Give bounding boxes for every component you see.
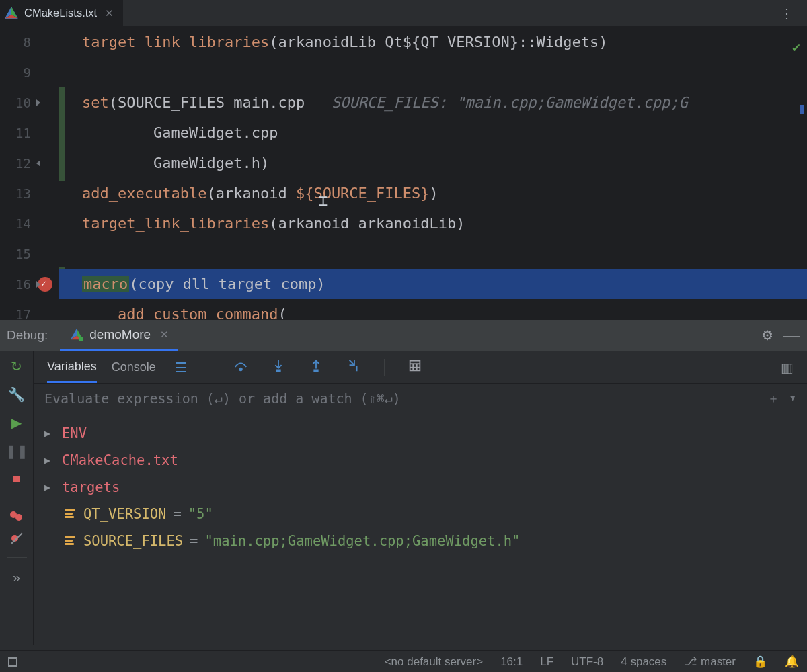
watch-input[interactable]: Evaluate expression (↵) or add a watch (… xyxy=(34,384,807,413)
debug-side-toolbar: ↻ 🔧 ▶ ❚❚ ■ » xyxy=(0,351,34,645)
separator xyxy=(7,557,27,558)
run-to-cursor-icon[interactable] xyxy=(342,358,365,376)
step-into-icon[interactable] xyxy=(267,358,290,376)
kebab-menu-icon[interactable]: ⋮ xyxy=(768,5,807,22)
text-cursor-icon: ⌶ xyxy=(319,192,328,209)
svg-rect-11 xyxy=(410,361,420,371)
evaluate-icon[interactable] xyxy=(404,358,426,376)
cmake-icon xyxy=(4,6,19,21)
variable-icon xyxy=(65,509,77,519)
code-area[interactable]: target_link_libraries(arkanoidLib Qt${QT… xyxy=(59,27,807,319)
var-row[interactable]: ▶ targets xyxy=(44,474,796,501)
svg-rect-9 xyxy=(276,370,280,371)
threads-icon[interactable]: ☰ xyxy=(171,360,191,376)
inspection-ok-icon[interactable]: ✔ xyxy=(792,39,800,55)
branch-icon: ⎇ xyxy=(684,655,697,668)
separator xyxy=(7,499,27,499)
chevron-right-icon[interactable]: ▶ xyxy=(44,420,55,447)
status-bar: <no default server> 16:1 LF UTF-8 4 spac… xyxy=(0,650,807,672)
debug-config-tab[interactable]: demoMore ✕ xyxy=(60,320,178,351)
status-indent[interactable]: 4 spaces xyxy=(621,655,666,669)
close-icon[interactable]: ✕ xyxy=(160,329,169,341)
stop-icon[interactable]: ■ xyxy=(12,471,20,487)
minimize-icon[interactable]: — xyxy=(783,325,800,346)
gear-icon[interactable]: ⚙ xyxy=(761,327,783,343)
var-row[interactable]: ▶ CMakeCache.txt xyxy=(44,447,796,474)
mute-breakpoints-icon[interactable] xyxy=(10,532,24,545)
more-icon[interactable]: » xyxy=(13,570,20,585)
debug-panel: ↻ 🔧 ▶ ❚❚ ■ » Variables Console ☰ xyxy=(0,351,807,645)
var-row[interactable]: ▶ ENV xyxy=(44,420,796,447)
var-row[interactable]: SOURCE_FILES = "main.cpp;GameWidget.cpp;… xyxy=(44,528,796,554)
svg-point-7 xyxy=(79,336,83,341)
tab-console[interactable]: Console xyxy=(112,351,156,383)
current-line: macro(copy_dll target comp) xyxy=(59,269,807,299)
editor-tabbar: CMakeLists.txt ✕ ⋮ xyxy=(0,0,807,27)
chevron-right-icon[interactable]: ▶ xyxy=(44,447,55,474)
status-line-sep[interactable]: LF xyxy=(540,655,553,669)
lock-icon[interactable]: 🔒 xyxy=(753,655,767,669)
variable-icon xyxy=(65,536,77,546)
wrench-icon[interactable]: 🔧 xyxy=(8,386,25,403)
tab-variables[interactable]: Variables xyxy=(47,351,97,383)
status-encoding[interactable]: UTF-8 xyxy=(571,655,603,669)
layout-icon[interactable]: ▥ xyxy=(781,360,794,376)
toolwindow-toggle-icon[interactable] xyxy=(8,657,17,667)
view-breakpoints-icon[interactable] xyxy=(10,511,24,519)
svg-rect-10 xyxy=(314,370,318,371)
resume-icon[interactable]: ▶ xyxy=(11,415,22,431)
watch-menu-icon[interactable]: ▾ xyxy=(789,390,796,407)
variables-tree[interactable]: ▶ ENV ▶ CMakeCache.txt ▶ targets QT_VERS… xyxy=(34,413,807,645)
debug-toolwindow-header: Debug: demoMore ✕ ⚙ — xyxy=(0,319,807,351)
debug-label: Debug: xyxy=(3,328,60,343)
debugger-tabs: Variables Console ☰ ▥ xyxy=(34,351,807,384)
bell-icon[interactable]: 🔔 xyxy=(785,655,799,669)
gutter: 8 9 10 11 12 13 14 15 16 17 xyxy=(0,27,59,319)
status-caret-pos[interactable]: 16:1 xyxy=(500,655,523,669)
cmake-icon xyxy=(69,327,84,342)
scrollbar-marker xyxy=(800,105,804,114)
rerun-icon[interactable]: ↻ xyxy=(11,358,22,374)
code-editor[interactable]: 8 9 10 11 12 13 14 15 16 17 target_link_… xyxy=(0,27,807,319)
svg-point-8 xyxy=(239,368,242,371)
close-icon[interactable]: ✕ xyxy=(102,7,116,19)
step-over-icon[interactable] xyxy=(229,358,252,376)
separator xyxy=(210,359,210,376)
status-git-branch[interactable]: ⎇ master xyxy=(684,655,736,669)
file-tab-label: CMakeLists.txt xyxy=(24,7,97,19)
file-tab[interactable]: CMakeLists.txt ✕ xyxy=(0,0,124,26)
separator xyxy=(384,359,385,376)
pause-icon[interactable]: ❚❚ xyxy=(5,443,28,459)
chevron-right-icon[interactable]: ▶ xyxy=(44,474,55,501)
debug-config-name: demoMore xyxy=(89,327,151,342)
watch-placeholder: Evaluate expression (↵) or add a watch (… xyxy=(44,390,401,407)
step-out-icon[interactable] xyxy=(305,358,328,376)
var-row[interactable]: QT_VERSION = "5" xyxy=(44,501,796,528)
status-server[interactable]: <no default server> xyxy=(385,655,483,669)
add-watch-icon[interactable]: ＋ xyxy=(767,390,779,407)
